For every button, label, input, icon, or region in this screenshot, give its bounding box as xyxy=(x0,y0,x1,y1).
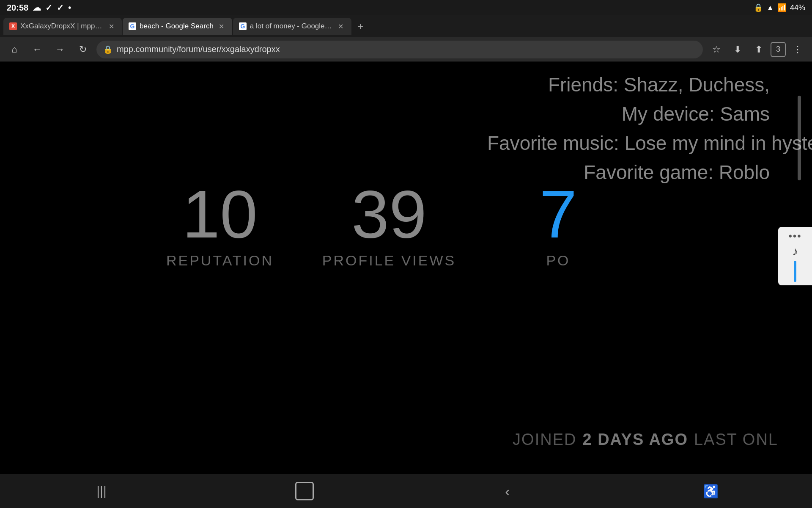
check2-icon: ✓ xyxy=(57,3,64,13)
music-line: Favorite music: Lose my mind in hysteria… xyxy=(487,129,812,158)
download-button[interactable]: ⬇ xyxy=(728,40,747,59)
device-line: My device: Sams xyxy=(487,99,812,129)
joined-date: 2 DAYS AGO xyxy=(582,431,688,449)
tab2-favicon: G xyxy=(129,22,136,30)
reputation-stat: 10 REPUTATION xyxy=(135,180,304,269)
nav-back-button[interactable]: ‹ xyxy=(491,478,524,504)
browser-tab-3[interactable]: G a lot of money - Google S... ✕ xyxy=(233,18,351,35)
accessibility-icon: ♿ xyxy=(703,484,719,499)
browser-tab-2[interactable]: G beach - Google Search ✕ xyxy=(123,18,232,35)
tab3-favicon: G xyxy=(239,22,247,30)
tab1-favicon: X xyxy=(9,22,17,30)
status-right: 🔒 ▲ 📶 44% xyxy=(754,3,805,12)
menu-icon: ||| xyxy=(96,484,106,498)
music-progress-bar xyxy=(794,261,796,282)
joined-prefix: JOINED xyxy=(513,431,576,449)
tab2-close-button[interactable]: ✕ xyxy=(217,22,226,31)
back-button[interactable]: ← xyxy=(28,40,47,59)
address-bar[interactable]: 🔒 mpp.community/forum/user/xxgalaxydropx… xyxy=(96,41,703,58)
toolbar: ⌂ ← → ↻ 🔒 mpp.community/forum/user/xxgal… xyxy=(0,37,812,62)
tab1-close-button[interactable]: ✕ xyxy=(107,22,116,31)
joined-area: JOINED 2 DAYS AGO LAST ONL xyxy=(513,431,778,449)
bottom-nav: ||| ‹ ♿ xyxy=(0,474,812,508)
music-widget-dots: ••• xyxy=(788,230,801,242)
home-icon xyxy=(295,482,314,500)
profile-text-area: Friends: Shazz, Duchess, My device: Sams… xyxy=(487,62,812,187)
profile-views-stat: 39 PROFILE VIEWS xyxy=(304,180,474,269)
signal-icon: 📶 xyxy=(777,3,787,12)
forward-button[interactable]: → xyxy=(51,40,69,59)
refresh-button[interactable]: ↻ xyxy=(74,40,92,59)
browser-tab-1[interactable]: X XxGalaxyDropxX | mpp.co... ✕ xyxy=(3,18,122,35)
lock-icon: 🔒 xyxy=(754,3,763,12)
address-text: mpp.community/forum/user/xxgalaxydropxx xyxy=(117,44,696,54)
nav-accessibility-button[interactable]: ♿ xyxy=(694,478,727,504)
tab1-label: XxGalaxyDropxX | mpp.co... xyxy=(20,22,103,30)
share-button[interactable]: ⬆ xyxy=(749,40,768,59)
battery-indicator: 44% xyxy=(790,3,805,12)
music-note-icon: ♪ xyxy=(792,245,798,258)
posts-value: 7 xyxy=(540,180,577,248)
tab-count-button[interactable]: 3 xyxy=(771,42,786,57)
check1-icon: ✓ xyxy=(45,3,52,13)
nav-menu-button[interactable]: ||| xyxy=(85,478,118,504)
toolbar-right-actions: ☆ ⬇ ⬆ 3 ⋮ xyxy=(707,40,807,59)
friends-line: Friends: Shazz, Duchess, xyxy=(487,70,812,99)
page-content: Friends: Shazz, Duchess, My device: Sams… xyxy=(0,62,812,474)
status-left: 20:58 ☁ ✓ ✓ • xyxy=(7,3,71,13)
status-time: 20:58 xyxy=(7,3,28,13)
browser-chrome: X XxGalaxyDropxX | mpp.co... ✕ G beach -… xyxy=(0,15,812,62)
reputation-label: REPUTATION xyxy=(166,252,274,269)
address-lock-icon: 🔒 xyxy=(103,45,112,54)
tab3-close-button[interactable]: ✕ xyxy=(336,22,346,31)
wifi-icon: ▲ xyxy=(766,3,774,12)
new-tab-button[interactable]: + xyxy=(352,18,369,35)
last-online-text: LAST ONL xyxy=(694,431,778,449)
nav-home-button[interactable] xyxy=(288,478,321,504)
tab2-label: beach - Google Search xyxy=(140,22,214,30)
home-button[interactable]: ⌂ xyxy=(5,40,24,59)
tab-bar: X XxGalaxyDropxX | mpp.co... ✕ G beach -… xyxy=(0,15,812,37)
dot-icon: • xyxy=(68,3,71,13)
tab3-label: a lot of money - Google S... xyxy=(250,22,333,30)
cloud-icon: ☁ xyxy=(33,3,41,13)
profile-views-value: 39 xyxy=(351,180,427,248)
posts-stat: 7 PO xyxy=(474,180,643,269)
profile-views-label: PROFILE VIEWS xyxy=(322,252,456,269)
reputation-value: 10 xyxy=(182,180,258,248)
stats-area: 10 REPUTATION 39 PROFILE VIEWS 7 PO xyxy=(0,180,778,269)
back-nav-icon: ‹ xyxy=(505,483,510,500)
scrollbar-thumb[interactable] xyxy=(798,96,801,180)
status-bar: 20:58 ☁ ✓ ✓ • 🔒 ▲ 📶 44% xyxy=(0,0,812,15)
music-widget[interactable]: ••• ♪ xyxy=(778,227,812,285)
more-options-button[interactable]: ⋮ xyxy=(788,40,807,59)
bookmark-button[interactable]: ☆ xyxy=(707,40,726,59)
posts-label: PO xyxy=(546,252,570,269)
